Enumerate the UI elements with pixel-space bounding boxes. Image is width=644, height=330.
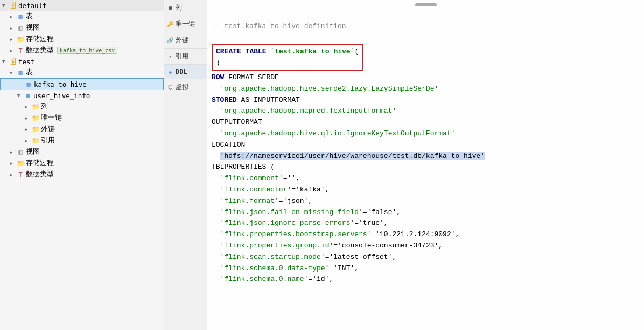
tab-ref[interactable]: ↗ 引用: [164, 49, 207, 65]
code-eq6: ='10.221.2.124:9092',: [371, 230, 459, 238]
code-eq7: ='console-consumer-34723',: [333, 242, 443, 250]
test-proc-icon: 📁: [16, 159, 25, 168]
arrow-fk: [25, 127, 31, 132]
sidebar-item-user-hive-info[interactable]: ▦ user_hive_info: [0, 90, 164, 101]
create-table-block: CREATE TABLE `test.kafka_to_hive`( ): [212, 44, 363, 71]
proc-icon: 📁: [16, 35, 25, 44]
code-prop-comment: 'flink.comment': [220, 174, 283, 182]
sidebar-item-kafka-to-hive[interactable]: ▦ kafka_to_hive: [0, 78, 164, 90]
sidebar-item-test-proc[interactable]: 📁 存储过程: [0, 157, 164, 169]
arrow-default-table: [10, 14, 16, 19]
sidebar-label-default-proc: 存储过程: [26, 35, 54, 44]
arrow-test-view: [10, 149, 16, 155]
code-location-kw: LOCATION: [212, 141, 245, 149]
sidebar-item-default-proc[interactable]: 📁 存储过程: [0, 33, 164, 45]
sidebar-item-col-folder[interactable]: 📁 列: [0, 101, 164, 112]
code-create-kw: CREATE TABLE: [216, 47, 270, 56]
code-prop-group: 'flink.properties.group.id': [220, 242, 334, 250]
code-stored-as: AS INPUTFORMAT: [237, 96, 300, 104]
arrow-ref: [25, 138, 31, 143]
code-eq3: ='json',: [279, 197, 312, 205]
scroll-bar-area[interactable]: [212, 2, 640, 8]
sidebar-label-test-db: test: [18, 58, 34, 66]
unique-icon: 📁: [31, 114, 40, 122]
ddl-tab-icon: ◈: [166, 68, 174, 75]
sidebar-label-default-db: default: [18, 2, 47, 10]
code-eq4: ='false',: [363, 208, 401, 216]
virtual-tab-icon: ⬡: [166, 84, 174, 91]
sidebar-label-col: 列: [41, 102, 48, 111]
code-eq10: ='id',: [308, 275, 333, 283]
dtype-icon: T: [16, 46, 25, 55]
code-prop-connector: 'flink.connector': [220, 185, 292, 194]
arrow-test-dtype: [10, 172, 16, 177]
badge-kafka: kafka_to_hive_csv: [57, 47, 117, 54]
code-inputformat: 'org.apache.hadoop.mapred.TextInputForma…: [220, 107, 397, 115]
sidebar-item-fk-folder[interactable]: 📁 外键: [0, 123, 164, 135]
code-prop-bootstrap: 'flink.properties.bootstrap.servers': [220, 230, 372, 238]
code-eq1: ='',: [283, 174, 300, 182]
arrow-default-view: [10, 25, 16, 31]
code-row-kw: ROW: [212, 73, 224, 81]
code-prop-startup: 'flink.scan.startup.mode': [220, 253, 325, 261]
sidebar-label-user-hive-info: user_hive_info: [33, 92, 90, 100]
sidebar-item-test-dtype[interactable]: T 数据类型: [0, 169, 164, 180]
code-prop-ignore: 'flink.json.ignore-parse-errors': [220, 219, 355, 227]
tab-col[interactable]: ▦ 列: [164, 0, 207, 16]
col-tab-icon: ▦: [166, 4, 174, 12]
sidebar-item-unique-folder[interactable]: 📁 唯一键: [0, 112, 164, 123]
unique-tab-icon: 🔑: [166, 20, 174, 28]
sidebar-item-default-view[interactable]: ◧ 视图: [0, 22, 164, 33]
code-prop-name: 'flink.schema.0.name': [220, 275, 309, 283]
code-eq8: ='latest-offset',: [325, 253, 397, 261]
test-table-icon: ▦: [16, 68, 25, 77]
arrow-test-db: [2, 59, 9, 64]
code-comment: -- test.kafka_to_hive definition: [212, 22, 346, 30]
arrow-default-db: [2, 3, 9, 8]
tab-virtual[interactable]: ⬡ 虚拟: [164, 79, 207, 95]
tab-sidebar: ▦ 列 🔑 唯一键 🔗 外键 ↗ 引用 ◈ DDL ⬡ 虚拟: [164, 0, 207, 330]
arrow-test-table: [10, 70, 16, 75]
test-db-icon: 🗄: [9, 57, 17, 66]
sidebar-label-test-dtype: 数据类型: [26, 170, 54, 179]
sidebar-item-default-db[interactable]: 🗄 default: [0, 0, 164, 11]
col-icon: 📁: [31, 102, 40, 111]
tab-ref-label: 引用: [176, 52, 188, 61]
code-table-name: `test.kafka_to_hive`: [270, 47, 354, 56]
code-eq9: ='INT',: [329, 264, 359, 272]
tab-fk[interactable]: 🔗 外键: [164, 32, 207, 49]
sidebar-label-fk: 外键: [41, 125, 55, 134]
code-outputformat-class: 'org.apache.hadoop.hive.ql.io.IgnoreKeyT…: [220, 129, 456, 138]
content-area: ▦ 列 🔑 唯一键 🔗 外键 ↗ 引用 ◈ DDL ⬡ 虚拟: [164, 0, 644, 330]
view-icon: ◧: [16, 24, 25, 32]
sidebar-label-test-view: 视图: [26, 147, 40, 156]
arrow-col: [25, 104, 31, 109]
tab-unique[interactable]: 🔑 唯一键: [164, 16, 207, 32]
tab-ddl-label: DDL: [176, 68, 187, 75]
fk-tab-icon: 🔗: [166, 37, 174, 44]
sidebar-item-default-dtype[interactable]: T 数据类型 kafka_to_hive_csv: [0, 45, 164, 56]
code-prop-dtype: 'flink.schema.0.data-type': [220, 264, 330, 272]
user-hive-icon: ▦: [24, 91, 32, 100]
sidebar-item-default-table[interactable]: ▦ 表: [0, 11, 164, 22]
sidebar-label-default-table: 表: [26, 12, 33, 21]
code-content: -- test.kafka_to_hive definition CREATE …: [212, 10, 640, 297]
sidebar-label-test-table: 表: [26, 68, 33, 77]
tab-ddl[interactable]: ◈ DDL: [164, 65, 207, 79]
code-panel[interactable]: -- test.kafka_to_hive definition CREATE …: [207, 0, 644, 330]
sidebar-item-test-table-folder[interactable]: ▦ 表: [0, 67, 164, 78]
arrow-test-proc: [10, 161, 16, 166]
db-icon: 🗄: [9, 1, 17, 10]
sidebar-label-default-view: 视图: [26, 23, 40, 32]
sidebar-item-test-db[interactable]: 🗄 test: [0, 56, 164, 67]
code-prop-format: 'flink.format': [220, 197, 279, 205]
sidebar-item-test-view[interactable]: ◧ 视图: [0, 146, 164, 157]
sidebar-label-ref: 引用: [41, 136, 55, 145]
test-view-icon: ◧: [16, 148, 25, 156]
sidebar-label-test-proc: 存储过程: [26, 159, 54, 168]
arrow-user-hive: [17, 93, 24, 98]
arrow-unique: [25, 115, 31, 121]
code-eq2: ='kafka',: [291, 185, 329, 194]
sidebar-item-ref-folder[interactable]: 📁 引用: [0, 135, 164, 146]
sidebar-label-default-dtype: 数据类型: [26, 46, 54, 55]
